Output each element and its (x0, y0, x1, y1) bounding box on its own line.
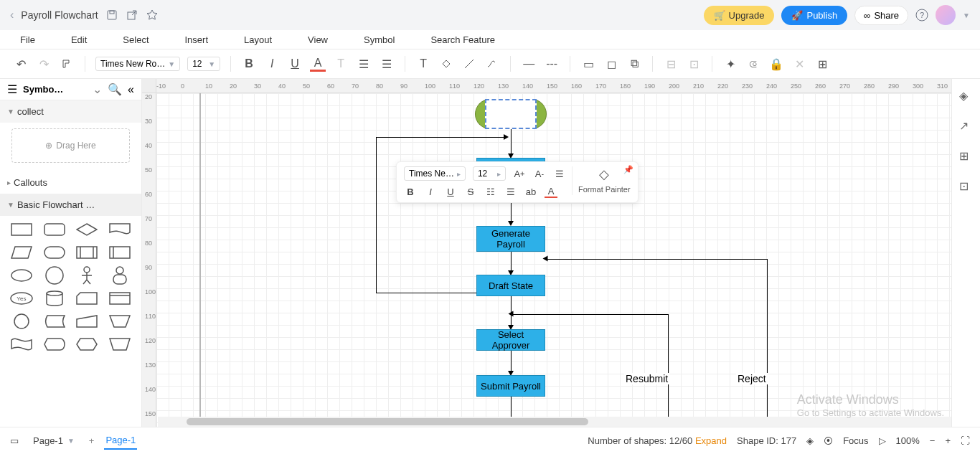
layers-icon[interactable]: ◈ (806, 435, 814, 446)
theme-icon[interactable]: ◈ (959, 89, 974, 103)
horizontal-scrollbar[interactable] (158, 417, 951, 427)
bold-icon[interactable]: B (241, 56, 257, 72)
shape-internal-storage[interactable] (105, 243, 134, 262)
flow-node-select-approver[interactable]: Select Approver (476, 329, 545, 351)
mini-italic-icon[interactable]: I (424, 185, 437, 198)
format-painter-icon[interactable] (59, 56, 75, 72)
sidebar-section-collect[interactable]: ▼collect (0, 100, 141, 123)
menu-select[interactable]: Select (123, 34, 149, 45)
avatar[interactable] (936, 5, 956, 25)
shape-circle[interactable] (40, 266, 69, 285)
mini-bullet-list-icon[interactable]: ☰ (504, 185, 517, 198)
shape-manual-input[interactable] (73, 312, 102, 331)
shape-predefined[interactable] (73, 243, 102, 262)
search-icon[interactable]: 🔍 (108, 82, 122, 96)
decrease-font-icon[interactable]: A- (533, 167, 546, 180)
line-style-icon[interactable]: — (521, 56, 537, 72)
round-corner-icon[interactable]: ◻ (603, 56, 619, 72)
mini-ab-icon[interactable]: ab (524, 185, 537, 198)
play-icon[interactable]: ▷ (879, 435, 886, 446)
mini-underline-icon[interactable]: U (444, 185, 457, 198)
zoom-in-icon[interactable]: + (945, 435, 951, 446)
grid-icon[interactable]: ⊞ (814, 56, 830, 72)
pin-icon[interactable]: 📌 (623, 165, 633, 174)
menu-layout[interactable]: Layout (244, 34, 272, 45)
page-dropdown[interactable]: Page-1▼ (29, 432, 79, 449)
font-size-select[interactable]: 12▼ (187, 57, 220, 71)
mini-font-color-icon[interactable]: A (545, 185, 557, 198)
mini-size-select[interactable]: 12▸ (473, 166, 506, 181)
shape-yes-label[interactable]: Yes (7, 289, 36, 308)
apps-icon[interactable]: ⊞ (959, 149, 974, 164)
text-style-icon[interactable]: T (333, 56, 349, 72)
shape-parallelogram[interactable] (7, 243, 36, 262)
lock-icon[interactable]: 🔒 (768, 56, 784, 72)
upgrade-button[interactable]: 🛒Upgrade (704, 6, 775, 25)
shape-connector-circle[interactable] (7, 312, 36, 331)
line-color-icon[interactable] (461, 56, 477, 72)
font-color-icon[interactable]: A (310, 56, 326, 72)
floating-format-toolbar[interactable]: 📌 Times Ne…▸ 12▸ A+ A- ☰ B I (396, 161, 639, 203)
canvas[interactable]: Generate Payroll Draft State Select Appr… (156, 93, 951, 427)
shape-manual-op[interactable] (105, 335, 134, 354)
flow-start-terminator[interactable] (475, 99, 547, 129)
menu-view[interactable]: View (308, 34, 328, 45)
menu-insert[interactable]: Insert (185, 34, 209, 45)
help-icon[interactable]: ? (915, 9, 928, 22)
align-left-icon[interactable]: ☰ (356, 56, 372, 72)
shape-subprocess[interactable] (105, 289, 134, 308)
back-icon[interactable]: ‹ (10, 9, 14, 22)
avatar-caret-icon[interactable]: ▼ (963, 11, 970, 19)
fill-color-icon[interactable] (438, 56, 454, 72)
mini-font-select[interactable]: Times Ne…▸ (404, 166, 466, 181)
shape-ellipse[interactable] (7, 266, 36, 285)
shape-capsule[interactable] (40, 243, 69, 262)
increase-font-icon[interactable]: A+ (513, 167, 526, 180)
shape-document[interactable] (105, 220, 134, 239)
save-icon[interactable] (105, 9, 118, 22)
distribute-icon[interactable]: ⊡ (686, 56, 702, 72)
redo-icon[interactable]: ↷ (36, 56, 52, 72)
mini-bold-icon[interactable]: B (404, 185, 417, 198)
text-tool-icon[interactable]: T (415, 56, 431, 72)
star-icon[interactable] (146, 9, 159, 22)
crop-icon[interactable]: ⟃ (745, 56, 761, 72)
focus-target-icon[interactable]: ⦿ (824, 435, 833, 446)
fullscreen-icon[interactable]: ⛶ (961, 435, 970, 446)
mini-strike-icon[interactable]: S (464, 185, 477, 198)
underline-icon[interactable]: U (287, 56, 303, 72)
export-icon[interactable]: ↗ (959, 119, 974, 133)
drag-here-zone[interactable]: ⊕Drag Here (11, 128, 130, 163)
menu-edit[interactable]: Edit (71, 34, 87, 45)
shape-person[interactable] (105, 266, 134, 285)
menu-symbol[interactable]: Symbol (364, 34, 395, 45)
shape-rect[interactable] (7, 220, 36, 239)
shape-trapezoid[interactable] (105, 312, 134, 331)
menu-file[interactable]: File (20, 34, 35, 45)
effects-icon[interactable]: ✦ (722, 56, 738, 72)
sidebar-section-callouts[interactable]: ▸Callouts (0, 171, 141, 194)
shape-hexagon[interactable] (73, 335, 102, 354)
italic-icon[interactable]: I (264, 56, 280, 72)
tools-icon[interactable]: ✕ (791, 56, 807, 72)
mini-numbered-list-icon[interactable]: ☷ (484, 185, 497, 198)
flow-node-submit[interactable]: Submit Payroll (476, 375, 545, 397)
connector-icon[interactable] (484, 56, 500, 72)
line-spacing-icon[interactable]: ☰ (379, 56, 395, 72)
shape-display[interactable] (40, 335, 69, 354)
sidebar-section-basic-flowchart[interactable]: ▼Basic Flowchart … (0, 194, 141, 216)
add-page-icon[interactable]: + (89, 435, 95, 446)
shadow-icon[interactable]: ▭ (580, 56, 596, 72)
copy-style-icon[interactable]: ⧉ (626, 56, 642, 72)
mini-align-icon[interactable]: ☰ (553, 167, 566, 180)
shape-diamond[interactable] (73, 220, 102, 239)
shape-actor[interactable] (73, 266, 102, 285)
flow-node-generate[interactable]: Generate Payroll (476, 226, 545, 252)
publish-button[interactable]: 🚀Publish (781, 6, 847, 25)
line-dash-icon[interactable]: --- (544, 56, 560, 72)
expand-link[interactable]: Expand (695, 435, 727, 446)
shape-card[interactable] (73, 289, 102, 308)
shape-stored-data[interactable] (40, 312, 69, 331)
font-select[interactable]: Times New Ro…▼ (95, 57, 180, 71)
menu-search-feature[interactable]: Search Feature (430, 34, 495, 45)
